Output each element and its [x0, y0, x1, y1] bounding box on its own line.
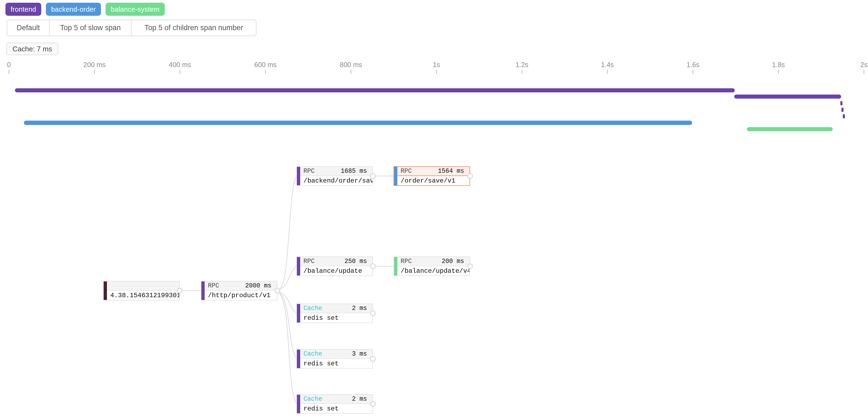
span-duration: 3 ms	[352, 351, 372, 358]
span-node-http-product-v1[interactable]: RPC2000 ms /http/product/v1	[201, 281, 277, 301]
span-title: redis set	[300, 313, 372, 323]
gantt-bar-backend-order[interactable]	[24, 121, 692, 125]
span-title: /backend/order/save	[300, 176, 372, 185]
gantt-bar-cache-2[interactable]	[841, 108, 844, 112]
cache-summary-badge[interactable]: Cache: 7 ms	[6, 43, 58, 55]
service-tag-frontend[interactable]: frontend	[5, 3, 41, 16]
trace-viewer: frontend backend-order balance-system De…	[0, 0, 868, 420]
span-duration: 200 ms	[442, 258, 470, 265]
span-node-root[interactable]: 4.38.15463121993017	[103, 281, 180, 301]
service-color-bar	[394, 257, 397, 276]
span-type: RPC	[208, 282, 219, 289]
span-node-backend-order-save[interactable]: RPC1685 ms /backend/order/save	[297, 166, 373, 186]
tab-default[interactable]: Default	[7, 20, 49, 35]
tab-top5-children-span-number[interactable]: Top 5 of children span number	[131, 20, 256, 35]
span-type: RPC	[304, 168, 315, 175]
span-type: Cache	[304, 351, 322, 358]
service-color-bar	[104, 281, 107, 300]
gantt-bar-frontend-2[interactable]	[734, 94, 841, 99]
view-tabs: Default Top 5 of slow span Top 5 of chil…	[7, 20, 256, 36]
edge-product-to-balance-update	[280, 267, 297, 289]
span-duration: 2 ms	[352, 396, 372, 402]
service-tag-balance-system[interactable]: balance-system	[105, 3, 164, 16]
span-title: /balance/update/v4	[397, 266, 470, 276]
span-node-order-save-v1[interactable]: RPC1564 ms /order/save/v1	[394, 166, 470, 186]
service-color-bar	[297, 395, 300, 413]
gantt-bar-frontend-1[interactable]	[15, 88, 735, 92]
span-duration: 1685 ms	[341, 168, 372, 175]
span-duration: 2 ms	[352, 305, 372, 312]
service-tags: frontend backend-order balance-system	[5, 3, 165, 16]
edge-product-to-redis-2	[280, 293, 297, 358]
span-node-redis-set-1[interactable]: Cache2 ms redis set	[297, 304, 373, 323]
span-node-balance-update-v4[interactable]: RPC200 ms /balance/update/v4	[394, 256, 470, 276]
service-color-bar	[297, 304, 300, 323]
edge-product-to-order-save	[280, 176, 297, 289]
span-title: /balance/update	[300, 266, 372, 276]
span-duration: 1564 ms	[438, 168, 470, 175]
service-color-bar	[202, 281, 205, 300]
span-title: 4.38.15463121993017	[107, 291, 179, 300]
gantt-bar-balance-system[interactable]	[747, 127, 833, 131]
span-duration: 2000 ms	[245, 282, 277, 289]
gantt-bar-cache-3[interactable]	[843, 114, 845, 118]
span-title: redis set	[300, 359, 372, 368]
span-type: RPC	[401, 258, 412, 265]
service-color-bar	[297, 257, 300, 276]
gantt-bar-cache-1[interactable]	[840, 101, 842, 105]
service-tag-backend-order[interactable]: backend-order	[46, 3, 101, 16]
span-type: RPC	[304, 258, 315, 265]
span-duration: 250 ms	[344, 258, 372, 265]
tab-top5-slow-span[interactable]: Top 5 of slow span	[49, 20, 131, 35]
span-type: RPC	[401, 168, 412, 175]
span-type: Cache	[304, 396, 322, 402]
span-node-redis-set-2[interactable]: Cache3 ms redis set	[297, 349, 373, 369]
service-color-bar	[394, 167, 397, 185]
edge-product-to-redis-3	[279, 293, 297, 403]
span-type: Cache	[304, 305, 322, 312]
span-node-redis-set-3[interactable]: Cache2 ms redis set	[297, 394, 373, 414]
service-color-bar	[297, 349, 300, 368]
service-color-bar	[297, 167, 300, 185]
span-node-balance-update[interactable]: RPC250 ms /balance/update	[297, 256, 373, 276]
edge-product-to-redis-1	[280, 292, 297, 313]
span-title: /order/save/v1	[397, 176, 470, 185]
span-title: /http/product/v1	[205, 291, 277, 300]
span-title: redis set	[300, 404, 372, 413]
